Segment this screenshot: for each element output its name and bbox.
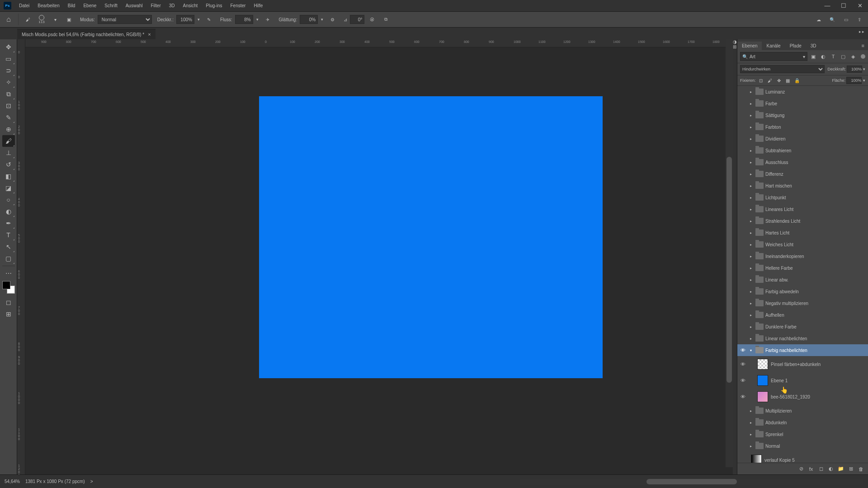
visibility-toggle[interactable]: 👁: [737, 347, 748, 353]
layer-blendmode-select[interactable]: Hindurchwirken: [740, 65, 825, 73]
scrollbar-horizontal[interactable]: [520, 479, 863, 485]
expand-toggle[interactable]: ▸: [748, 231, 754, 235]
layer-name[interactable]: Negativ multiplizieren: [765, 301, 866, 306]
layer-row[interactable]: verlauf Kopie 5: [737, 452, 868, 463]
color-swatches[interactable]: [2, 281, 15, 294]
pen-tool[interactable]: ✒: [2, 217, 15, 229]
menu-bearbeiten[interactable]: Bearbeiten: [33, 1, 63, 10]
layer-name[interactable]: Sprenkel: [765, 432, 866, 437]
document-tab[interactable]: Misch Modis.psdc bei 54,6% (Farbig nachb…: [17, 29, 156, 39]
lock-nest-icon[interactable]: ▦: [784, 77, 792, 84]
layer-name[interactable]: Subtrahieren: [765, 148, 866, 153]
expand-toggle[interactable]: ▸: [748, 184, 754, 188]
filter-smart-icon[interactable]: ◈: [849, 52, 857, 61]
layer-group-row[interactable]: ▸Hart mischen: [737, 180, 868, 192]
layer-name[interactable]: Abdunkeln: [765, 420, 866, 425]
expand-toggle[interactable]: ▾: [748, 348, 754, 352]
layer-group-row[interactable]: ▸Farbe: [737, 98, 868, 109]
wand-tool[interactable]: ✧: [2, 76, 15, 88]
layer-group-row[interactable]: ▸Farbig abwedeln: [737, 286, 868, 297]
flow-input[interactable]: [235, 15, 253, 24]
opacity-dropdown[interactable]: ▾: [196, 17, 201, 22]
layer-group-row[interactable]: ▸Luminanz: [737, 86, 868, 98]
layer-name[interactable]: Farbe: [765, 101, 866, 106]
brush-size-preview[interactable]: 113: [36, 14, 47, 25]
layer-group-row[interactable]: ▸Negativ multiplizieren: [737, 297, 868, 309]
angle-input[interactable]: [350, 15, 364, 24]
layer-group-row[interactable]: ▸Linear abw.: [737, 274, 868, 286]
screenmode-toggle[interactable]: ⊞: [2, 308, 15, 320]
layer-name[interactable]: Differenz: [765, 172, 866, 177]
menu-schrift[interactable]: Schrift: [100, 1, 121, 10]
type-tool[interactable]: T: [2, 229, 15, 241]
pressure-size-icon[interactable]: ⦿: [366, 14, 378, 25]
menu-hilfe[interactable]: Hilfe: [250, 1, 267, 10]
expand-toggle[interactable]: ▸: [748, 196, 754, 200]
lock-all-icon[interactable]: 🔒: [793, 77, 801, 84]
collapsed-panel-icon[interactable]: ⊞: [733, 44, 737, 49]
layer-group-row[interactable]: ▸Subtrahieren: [737, 145, 868, 156]
smoothing-settings-icon[interactable]: ⚙: [326, 14, 338, 25]
layer-group-row[interactable]: ▸Lineares Licht: [737, 203, 868, 215]
layer-name[interactable]: Sättigung: [765, 113, 866, 118]
foreground-color-swatch[interactable]: [2, 281, 10, 289]
visibility-toggle[interactable]: 👁: [737, 361, 748, 367]
expand-toggle[interactable]: ▸: [748, 421, 754, 425]
menu-3d[interactable]: 3D: [165, 1, 179, 10]
cloud-sync-icon[interactable]: ☁: [813, 14, 825, 25]
expand-toggle[interactable]: ▸: [748, 266, 754, 270]
expand-toggle[interactable]: ▸: [748, 290, 754, 294]
scrollbar-vertical[interactable]: [726, 39, 733, 467]
more-tools[interactable]: ⋯: [2, 267, 15, 279]
eyedropper-tool[interactable]: ✎: [2, 112, 15, 123]
frame-tool[interactable]: ⊡: [2, 100, 15, 112]
new-group-icon[interactable]: 📁: [836, 465, 845, 473]
panel-tab-3d[interactable]: 3D: [806, 42, 821, 50]
status-menu-arrow[interactable]: >: [90, 479, 93, 484]
add-adjustment-icon[interactable]: ◐: [826, 465, 835, 473]
layer-row[interactable]: 👁bee-5618012_1920: [737, 389, 868, 405]
expand-toggle[interactable]: ▸: [748, 325, 754, 329]
eraser-tool[interactable]: ◧: [2, 170, 15, 182]
panel-tab-ebenen[interactable]: Ebenen: [737, 42, 762, 50]
layer-name[interactable]: Ausschluss: [765, 160, 866, 165]
menu-datei[interactable]: Datei: [15, 1, 33, 10]
layer-group-row[interactable]: ▸Hartes Licht: [737, 227, 868, 239]
visibility-toggle[interactable]: 👁: [737, 394, 748, 399]
layer-group-row[interactable]: ▸Farbton: [737, 121, 868, 133]
layer-group-row[interactable]: ▸Abdunkeln: [737, 417, 868, 428]
layer-row[interactable]: 👁Pinsel färben+abdunkeln: [737, 356, 868, 372]
expand-toggle[interactable]: ▸: [748, 137, 754, 141]
layer-name[interactable]: Linear abw.: [765, 277, 866, 282]
filter-type-icon[interactable]: T: [829, 52, 837, 61]
brush-panel-toggle[interactable]: ▣: [63, 14, 75, 25]
layer-thumbnail[interactable]: [751, 455, 762, 463]
layer-thumbnail[interactable]: [757, 391, 768, 402]
expand-toggle[interactable]: ▸: [748, 102, 754, 106]
menu-auswahl[interactable]: Auswahl: [122, 1, 147, 10]
window-minimize-button[interactable]: —: [819, 0, 835, 11]
layer-group-row[interactable]: ▸Linear nachbelichten: [737, 333, 868, 344]
layer-name[interactable]: Hart mischen: [765, 183, 866, 188]
layer-effects-icon[interactable]: fx: [807, 465, 816, 473]
layer-name[interactable]: Aufhellen: [765, 313, 866, 318]
layer-group-row[interactable]: ▸Strahlendes Licht: [737, 215, 868, 227]
layer-name[interactable]: Strahlendes Licht: [765, 219, 866, 224]
pressure-opacity-icon[interactable]: ✎: [203, 14, 215, 25]
expand-toggle[interactable]: ▸: [748, 160, 754, 164]
expand-toggle[interactable]: ▸: [748, 301, 754, 305]
layer-group-row[interactable]: ▸Sättigung: [737, 109, 868, 121]
layer-name[interactable]: Lichtpunkt: [765, 195, 866, 200]
layer-name[interactable]: Pinsel färben+abdunkeln: [771, 362, 866, 367]
expand-toggle[interactable]: ▸: [748, 444, 754, 448]
layer-group-row[interactable]: ▸Aufhellen: [737, 309, 868, 321]
menu-filter[interactable]: Filter: [147, 1, 165, 10]
home-button[interactable]: ⌂: [3, 14, 14, 25]
layer-group-row[interactable]: ▸Dividieren: [737, 133, 868, 145]
layer-group-row[interactable]: ▸Weiches Licht: [737, 239, 868, 250]
zoom-level[interactable]: 54,64%: [5, 479, 20, 484]
lock-move-icon[interactable]: ✥: [775, 77, 783, 84]
layer-opacity-dropdown[interactable]: ▾: [863, 67, 865, 71]
filter-pixel-icon[interactable]: ▣: [809, 52, 817, 61]
layer-name[interactable]: Hartes Licht: [765, 230, 866, 235]
